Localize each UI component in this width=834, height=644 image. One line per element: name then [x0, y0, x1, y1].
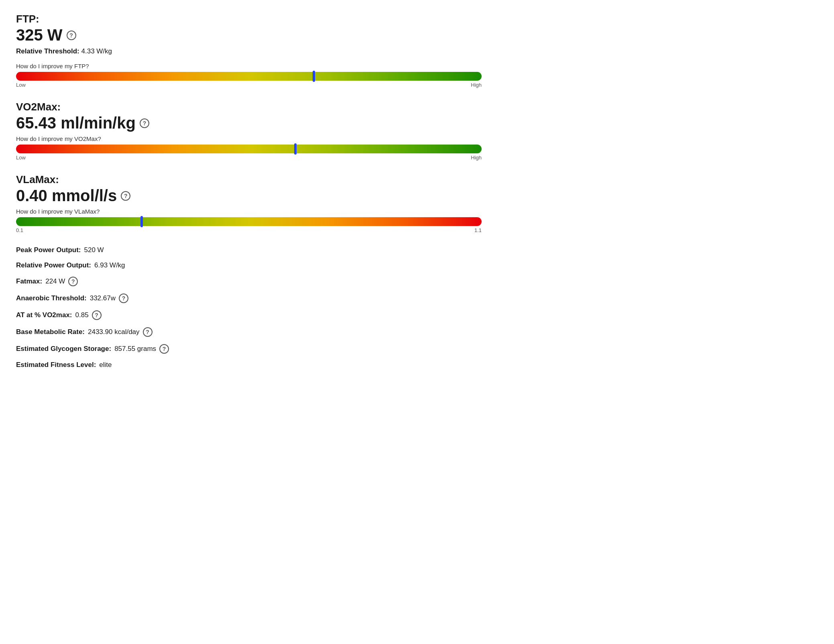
vlamax-title: VLaMax: — [16, 173, 482, 186]
fitness-level-row: Estimated Fitness Level: elite — [16, 361, 482, 369]
fatmax-value: 224 W — [45, 277, 65, 285]
glycogen-value: 857.55 grams — [114, 345, 156, 353]
fitness-level-label: Estimated Fitness Level: — [16, 361, 96, 369]
vlamax-gauge-bar — [16, 217, 482, 226]
anaerobic-threshold-row: Anaerobic Threshold: 332.67w ? — [16, 293, 482, 303]
ftp-help-icon[interactable]: ? — [67, 31, 76, 40]
ftp-gauge-low: Low — [16, 82, 26, 88]
glycogen-label: Estimated Glycogen Storage: — [16, 345, 111, 353]
ftp-gauge-indicator — [313, 71, 315, 82]
vlamax-value: 0.40 mmol/l/s — [16, 187, 117, 205]
fatmax-label: Fatmax: — [16, 277, 42, 285]
relative-power-value: 6.93 W/kg — [94, 261, 125, 269]
ftp-improve-label: How do I improve my FTP? — [16, 63, 482, 69]
vo2max-value: 65.43 ml/min/kg — [16, 114, 136, 132]
vo2max-value-row: 65.43 ml/min/kg ? — [16, 114, 482, 132]
vlamax-section: VLaMax: 0.40 mmol/l/s ? How do I improve… — [16, 173, 482, 233]
ftp-relative-threshold: Relative Threshold: 4.33 W/kg — [16, 47, 482, 55]
at-vo2max-value: 0.85 — [75, 311, 89, 319]
vo2max-gauge-labels: Low High — [16, 155, 482, 161]
glycogen-help-icon[interactable]: ? — [159, 344, 169, 354]
anaerobic-threshold-value: 332.67w — [90, 294, 116, 302]
fatmax-row: Fatmax: 224 W ? — [16, 277, 482, 286]
vo2max-gauge-bar — [16, 145, 482, 153]
at-vo2max-label: AT at % VO2max: — [16, 311, 72, 319]
relative-power-row: Relative Power Output: 6.93 W/kg — [16, 261, 482, 269]
vo2max-gauge-low: Low — [16, 155, 26, 161]
ftp-gauge-bar — [16, 72, 482, 81]
ftp-title: FTP: — [16, 13, 482, 25]
vo2max-help-icon[interactable]: ? — [140, 118, 149, 128]
peak-power-label: Peak Power Output: — [16, 246, 81, 254]
anaerobic-threshold-help-icon[interactable]: ? — [119, 293, 128, 303]
peak-power-value: 520 W — [84, 246, 104, 254]
glycogen-row: Estimated Glycogen Storage: 857.55 grams… — [16, 344, 482, 354]
vo2max-gauge-indicator — [294, 143, 297, 155]
vo2max-gauge-container: Low High — [16, 145, 482, 161]
vlamax-value-row: 0.40 mmol/l/s ? — [16, 187, 482, 205]
vlamax-help-icon[interactable]: ? — [121, 191, 130, 201]
ftp-value-row: 325 W ? — [16, 26, 482, 44]
ftp-gauge-high: High — [471, 82, 482, 88]
vo2max-gauge-high: High — [471, 155, 482, 161]
at-vo2max-row: AT at % VO2max: 0.85 ? — [16, 310, 482, 320]
vlamax-gauge-high: 1.1 — [474, 227, 482, 233]
vlamax-improve-label: How do I improve my VLaMax? — [16, 208, 482, 215]
vo2max-title: VO2Max: — [16, 101, 482, 113]
stats-section: Peak Power Output: 520 W Relative Power … — [16, 246, 482, 369]
bmr-label: Base Metabolic Rate: — [16, 328, 85, 336]
anaerobic-threshold-label: Anaerobic Threshold: — [16, 294, 87, 302]
vlamax-gauge-indicator — [140, 216, 143, 227]
fitness-level-value: elite — [99, 361, 112, 369]
bmr-help-icon[interactable]: ? — [143, 327, 153, 337]
at-vo2max-help-icon[interactable]: ? — [92, 310, 102, 320]
vo2max-improve-label: How do I improve my VO2Max? — [16, 135, 482, 142]
fatmax-help-icon[interactable]: ? — [68, 277, 78, 286]
peak-power-row: Peak Power Output: 520 W — [16, 246, 482, 254]
vlamax-gauge-container: 0.1 1.1 — [16, 217, 482, 233]
ftp-gauge-labels: Low High — [16, 82, 482, 88]
relative-power-label: Relative Power Output: — [16, 261, 91, 269]
vo2max-section: VO2Max: 65.43 ml/min/kg ? How do I impro… — [16, 101, 482, 161]
ftp-gauge-container: Low High — [16, 72, 482, 88]
bmr-value: 2433.90 kcal/day — [88, 328, 140, 336]
ftp-section: FTP: 325 W ? Relative Threshold: 4.33 W/… — [16, 13, 482, 88]
bmr-row: Base Metabolic Rate: 2433.90 kcal/day ? — [16, 327, 482, 337]
ftp-value: 325 W — [16, 26, 63, 44]
vlamax-gauge-low: 0.1 — [16, 227, 23, 233]
vlamax-gauge-labels: 0.1 1.1 — [16, 227, 482, 233]
